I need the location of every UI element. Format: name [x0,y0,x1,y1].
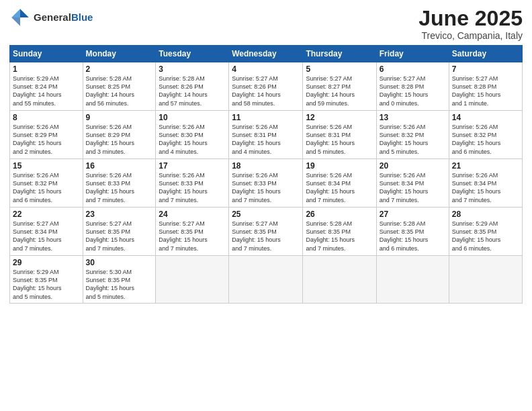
calendar-cell: 28Sunrise: 5:29 AM Sunset: 8:35 PM Dayli… [449,208,522,256]
day-info: Sunrise: 5:28 AM Sunset: 8:26 PM Dayligh… [159,75,226,107]
week-row-4: 22Sunrise: 5:27 AM Sunset: 8:34 PM Dayli… [10,208,523,256]
calendar-cell [376,256,449,304]
calendar-cell: 13Sunrise: 5:26 AM Sunset: 8:32 PM Dayli… [376,111,449,159]
day-number: 15 [13,161,80,171]
calendar-cell [156,256,229,304]
day-info: Sunrise: 5:26 AM Sunset: 8:33 PM Dayligh… [86,171,153,204]
calendar-cell: 2Sunrise: 5:28 AM Sunset: 8:25 PM Daylig… [83,62,156,111]
calendar-cell: 22Sunrise: 5:27 AM Sunset: 8:34 PM Dayli… [10,208,83,256]
calendar-cell: 9Sunrise: 5:26 AM Sunset: 8:29 PM Daylig… [83,111,156,159]
calendar-cell: 15Sunrise: 5:26 AM Sunset: 8:32 PM Dayli… [10,159,83,208]
day-number: 5 [306,64,373,74]
calendar-cell: 30Sunrise: 5:30 AM Sunset: 8:35 PM Dayli… [83,256,156,304]
calendar-cell: 25Sunrise: 5:27 AM Sunset: 8:35 PM Dayli… [229,208,303,256]
day-info: Sunrise: 5:29 AM Sunset: 8:35 PM Dayligh… [13,268,80,301]
week-row-2: 8Sunrise: 5:26 AM Sunset: 8:29 PM Daylig… [10,111,523,159]
day-number: 28 [452,210,519,219]
week-row-1: 1Sunrise: 5:29 AM Sunset: 8:24 PM Daylig… [10,62,523,111]
day-info: Sunrise: 5:29 AM Sunset: 8:35 PM Dayligh… [452,220,519,253]
day-info: Sunrise: 5:27 AM Sunset: 8:35 PM Dayligh… [86,220,153,253]
location: Trevico, Campania, Italy [418,30,523,41]
calendar-cell: 20Sunrise: 5:26 AM Sunset: 8:34 PM Dayli… [376,159,449,208]
day-info: Sunrise: 5:26 AM Sunset: 8:31 PM Dayligh… [232,123,300,156]
calendar-cell [229,256,303,304]
calendar-cell: 24Sunrise: 5:27 AM Sunset: 8:35 PM Dayli… [156,208,229,256]
col-tuesday: Tuesday [156,46,229,62]
calendar-cell: 21Sunrise: 5:26 AM Sunset: 8:34 PM Dayli… [449,159,522,208]
header: GeneralBlue June 2025 Trevico, Campania,… [9,7,523,41]
day-info: Sunrise: 5:27 AM Sunset: 8:28 PM Dayligh… [380,75,446,107]
svg-marker-0 [20,9,29,17]
day-info: Sunrise: 5:26 AM Sunset: 8:32 PM Dayligh… [13,171,80,204]
month-title: June 2025 [418,7,523,30]
calendar-cell: 5Sunrise: 5:27 AM Sunset: 8:27 PM Daylig… [303,62,376,111]
calendar-cell: 18Sunrise: 5:26 AM Sunset: 8:33 PM Dayli… [229,159,303,208]
day-number: 23 [86,210,153,219]
day-info: Sunrise: 5:28 AM Sunset: 8:35 PM Dayligh… [380,220,446,253]
col-wednesday: Wednesday [229,46,303,62]
calendar-cell: 27Sunrise: 5:28 AM Sunset: 8:35 PM Dayli… [376,208,449,256]
calendar-cell: 16Sunrise: 5:26 AM Sunset: 8:33 PM Dayli… [83,159,156,208]
col-sunday: Sunday [10,46,83,62]
day-info: Sunrise: 5:27 AM Sunset: 8:27 PM Dayligh… [306,75,373,107]
svg-marker-2 [11,17,20,26]
day-info: Sunrise: 5:27 AM Sunset: 8:26 PM Dayligh… [232,75,300,107]
day-info: Sunrise: 5:26 AM Sunset: 8:33 PM Dayligh… [159,171,226,204]
day-info: Sunrise: 5:26 AM Sunset: 8:29 PM Dayligh… [13,123,80,156]
calendar-cell [449,256,522,304]
day-number: 30 [86,258,153,267]
day-info: Sunrise: 5:26 AM Sunset: 8:34 PM Dayligh… [306,171,373,204]
week-row-3: 15Sunrise: 5:26 AM Sunset: 8:32 PM Dayli… [10,159,523,208]
day-number: 6 [380,64,446,74]
day-number: 3 [159,64,226,74]
week-row-5: 29Sunrise: 5:29 AM Sunset: 8:35 PM Dayli… [10,256,523,304]
day-info: Sunrise: 5:28 AM Sunset: 8:35 PM Dayligh… [306,220,373,253]
day-info: Sunrise: 5:30 AM Sunset: 8:35 PM Dayligh… [86,268,153,301]
day-number: 2 [86,64,153,74]
calendar-cell: 26Sunrise: 5:28 AM Sunset: 8:35 PM Dayli… [303,208,376,256]
day-info: Sunrise: 5:26 AM Sunset: 8:32 PM Dayligh… [452,123,519,156]
day-number: 19 [306,161,373,171]
calendar-cell: 29Sunrise: 5:29 AM Sunset: 8:35 PM Dayli… [10,256,83,304]
col-friday: Friday [376,46,449,62]
logo-blue: Blue [71,11,93,23]
day-number: 22 [13,210,80,219]
day-info: Sunrise: 5:26 AM Sunset: 8:33 PM Dayligh… [232,171,300,204]
day-number: 13 [380,113,446,122]
calendar-header-row: Sunday Monday Tuesday Wednesday Thursday… [10,46,523,62]
day-info: Sunrise: 5:27 AM Sunset: 8:34 PM Dayligh… [13,220,80,253]
day-number: 24 [159,210,226,219]
calendar-cell: 14Sunrise: 5:26 AM Sunset: 8:32 PM Dayli… [449,111,522,159]
day-info: Sunrise: 5:26 AM Sunset: 8:31 PM Dayligh… [306,123,373,156]
day-number: 29 [13,258,80,267]
day-number: 12 [306,113,373,122]
day-number: 20 [380,161,446,171]
calendar-cell: 4Sunrise: 5:27 AM Sunset: 8:26 PM Daylig… [229,62,303,111]
calendar-cell: 11Sunrise: 5:26 AM Sunset: 8:31 PM Dayli… [229,111,303,159]
day-number: 10 [159,113,226,122]
page: GeneralBlue June 2025 Trevico, Campania,… [0,0,532,411]
day-info: Sunrise: 5:27 AM Sunset: 8:28 PM Dayligh… [452,75,519,107]
day-number: 21 [452,161,519,171]
day-info: Sunrise: 5:26 AM Sunset: 8:32 PM Dayligh… [380,123,446,156]
logo-icon [9,7,31,28]
calendar-cell: 12Sunrise: 5:26 AM Sunset: 8:31 PM Dayli… [303,111,376,159]
day-info: Sunrise: 5:27 AM Sunset: 8:35 PM Dayligh… [232,220,300,253]
day-number: 14 [452,113,519,122]
calendar-cell: 19Sunrise: 5:26 AM Sunset: 8:34 PM Dayli… [303,159,376,208]
day-info: Sunrise: 5:29 AM Sunset: 8:24 PM Dayligh… [13,75,80,107]
day-info: Sunrise: 5:26 AM Sunset: 8:34 PM Dayligh… [452,171,519,204]
day-info: Sunrise: 5:26 AM Sunset: 8:29 PM Dayligh… [86,123,153,156]
day-number: 9 [86,113,153,122]
logo: GeneralBlue [9,7,93,28]
calendar-cell: 1Sunrise: 5:29 AM Sunset: 8:24 PM Daylig… [10,62,83,111]
calendar-cell: 23Sunrise: 5:27 AM Sunset: 8:35 PM Dayli… [83,208,156,256]
day-number: 16 [86,161,153,171]
calendar-cell: 6Sunrise: 5:27 AM Sunset: 8:28 PM Daylig… [376,62,449,111]
logo-general: General [34,11,71,23]
calendar-cell [303,256,376,304]
col-saturday: Saturday [449,46,522,62]
day-info: Sunrise: 5:27 AM Sunset: 8:35 PM Dayligh… [159,220,226,253]
day-number: 18 [232,161,300,171]
calendar: Sunday Monday Tuesday Wednesday Thursday… [9,45,523,304]
